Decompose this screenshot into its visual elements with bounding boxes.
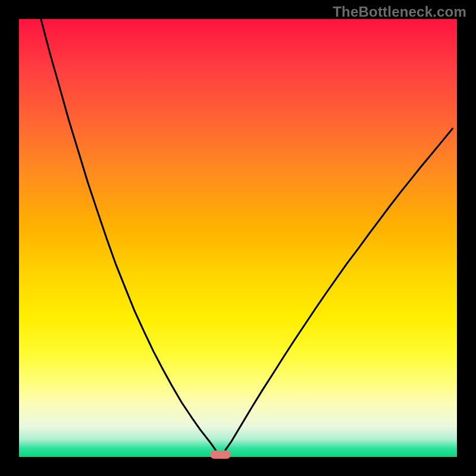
- plot-area: [19, 19, 457, 457]
- min-marker: [210, 450, 231, 459]
- bottleneck-curve: [19, 19, 457, 457]
- watermark-text: TheBottleneck.com: [333, 4, 466, 20]
- chart-stage: TheBottleneck.com: [0, 0, 476, 476]
